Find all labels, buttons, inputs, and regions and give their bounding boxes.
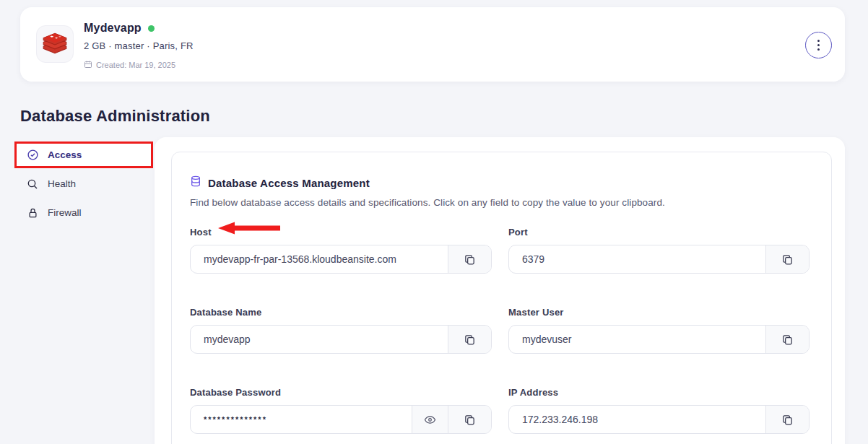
copy-button[interactable] (448, 245, 491, 273)
access-management-card: Database Access Management Find below da… (171, 152, 832, 444)
database-name-value[interactable]: mydevapp (191, 326, 448, 353)
app-summary-card: Mydevapp 2 GB · master · Paris, FR Creat… (20, 7, 845, 82)
database-password-label: Database Password (190, 387, 492, 398)
sidebar-item-label: Firewall (48, 207, 82, 218)
host-value[interactable]: mydevapp-fr-par-13568.kloudbeansite.com (191, 245, 448, 273)
db-admin-panel: Database Access Management Find below da… (155, 137, 845, 444)
master-user-field[interactable]: mydevuser (508, 325, 810, 354)
page-title: Database Administration (20, 107, 210, 126)
created-label: Created: Mar 19, 2025 (96, 61, 175, 69)
copy-button[interactable] (765, 245, 809, 273)
copy-button[interactable] (448, 326, 491, 353)
ip-address-field[interactable]: 172.233.246.198 (508, 405, 810, 434)
field-database-name: Database Name mydevapp (190, 307, 492, 354)
app-specs: 2 GB · master · Paris, FR (84, 40, 194, 51)
master-user-label: Master User (508, 307, 810, 318)
port-label: Port (508, 227, 810, 238)
copy-button[interactable] (765, 406, 809, 433)
database-icon (190, 175, 201, 191)
ip-address-label: IP Address (508, 387, 810, 398)
database-name-label: Database Name (190, 307, 492, 318)
database-password-field[interactable]: ************** (190, 405, 492, 434)
database-name-field[interactable]: mydevapp (190, 325, 492, 354)
access-form: Host mydevapp-fr-par-13568.kloudbeansite… (190, 227, 807, 434)
field-port: Port 6379 (508, 227, 810, 274)
sidebar-item-label: Access (48, 149, 82, 160)
redis-logo (36, 25, 74, 63)
calendar-icon (84, 60, 92, 70)
app-name: Mydevapp (84, 22, 142, 35)
section-description: Find below database access details and s… (190, 197, 807, 208)
badge-check-icon (26, 149, 39, 161)
show-password-button[interactable] (412, 406, 448, 433)
port-field[interactable]: 6379 (508, 245, 810, 274)
sidebar-item-firewall[interactable]: Firewall (14, 199, 153, 226)
section-title: Database Access Management (208, 177, 370, 189)
port-value[interactable]: 6379 (509, 245, 765, 273)
sidebar-item-health[interactable]: Health (14, 170, 153, 197)
status-dot (148, 25, 155, 32)
master-user-value[interactable]: mydevuser (509, 326, 765, 353)
kebab-menu-button[interactable] (805, 32, 832, 58)
copy-button[interactable] (448, 406, 491, 433)
search-icon (26, 178, 39, 190)
field-ip-address: IP Address 172.233.246.198 (508, 387, 810, 434)
field-database-password: Database Password ************** (190, 387, 492, 434)
created-row: Created: Mar 19, 2025 (84, 60, 175, 70)
lock-icon (26, 207, 39, 219)
field-master-user: Master User mydevuser (508, 307, 810, 354)
copy-button[interactable] (765, 326, 809, 353)
host-field[interactable]: mydevapp-fr-par-13568.kloudbeansite.com (190, 245, 492, 274)
ip-address-value[interactable]: 172.233.246.198 (509, 406, 765, 433)
database-password-value[interactable]: ************** (191, 406, 412, 433)
sidebar-item-access[interactable]: Access (14, 142, 153, 168)
db-admin-sidebar: Access Health Firewall (14, 142, 153, 226)
annotation-arrow (217, 221, 282, 235)
sidebar-item-label: Health (48, 178, 76, 189)
